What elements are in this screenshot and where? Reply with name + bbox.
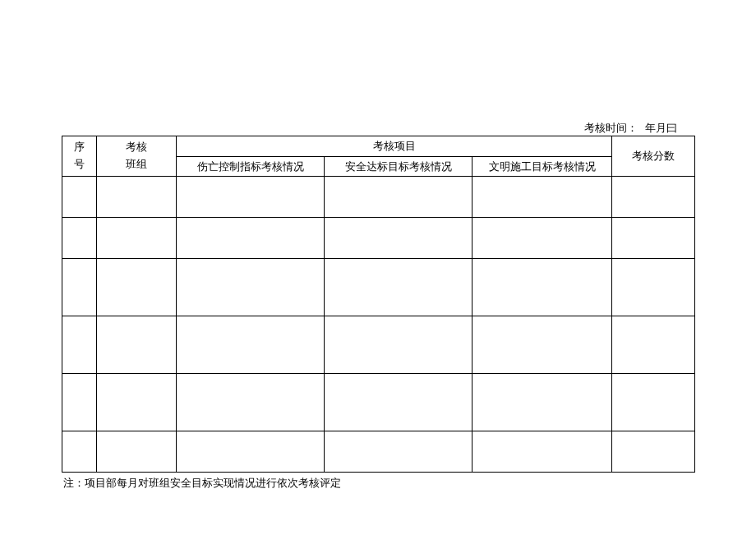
cell-item3 [472, 177, 612, 218]
cell-item3 [472, 431, 612, 473]
table-row [62, 218, 695, 259]
cell-team [97, 431, 177, 473]
team-label-1: 考核 [99, 139, 174, 156]
table-header-row-1: 序 号 考核 班组 考核项目 考核分数 [62, 136, 695, 157]
cell-team [97, 374, 177, 431]
cell-score [612, 374, 695, 431]
cell-item2 [325, 316, 472, 374]
timestamp-line: 考核时间： 年月曰 [584, 121, 682, 136]
table-note: 注：项目部每月对班组安全目标实现情况进行依次考核评定 [62, 476, 694, 491]
cell-team [97, 316, 177, 374]
cell-seq [62, 431, 97, 473]
table-row [62, 316, 695, 374]
cell-score [612, 316, 695, 374]
cell-item2 [325, 431, 472, 473]
cell-score [612, 218, 695, 259]
cell-item1 [177, 259, 325, 316]
col-header-score: 考核分数 [612, 136, 695, 177]
col-header-sequence: 序 号 [62, 136, 97, 177]
cell-seq [62, 259, 97, 316]
cell-team [97, 218, 177, 259]
cell-item3 [472, 259, 612, 316]
table-row [62, 431, 695, 473]
table-row [62, 259, 695, 316]
cell-item2 [325, 374, 472, 431]
cell-item1 [177, 374, 325, 431]
cell-item1 [177, 431, 325, 473]
cell-item3 [472, 218, 612, 259]
col-header-item2: 安全达标目标考核情况 [325, 157, 472, 177]
cell-seq [62, 218, 97, 259]
col-header-item1: 伤亡控制指标考核情况 [177, 157, 325, 177]
cell-item2 [325, 259, 472, 316]
col-header-item3: 文明施工目标考核情况 [472, 157, 612, 177]
cell-item2 [325, 218, 472, 259]
timestamp-value: 年月曰 [645, 122, 677, 134]
assessment-table-container: 序 号 考核 班组 考核项目 考核分数 伤亡控制指标考核情况 安全达标目标考核情… [62, 136, 694, 491]
cell-seq [62, 177, 97, 218]
cell-score [612, 177, 695, 218]
cell-score [612, 431, 695, 473]
cell-item1 [177, 177, 325, 218]
col-header-items: 考核项目 [177, 136, 612, 157]
cell-score [612, 259, 695, 316]
cell-team [97, 177, 177, 218]
seq-label-1: 序 [64, 139, 94, 156]
cell-team [97, 259, 177, 316]
seq-label-2: 号 [64, 156, 94, 173]
cell-seq [62, 316, 97, 374]
team-label-2: 班组 [99, 156, 174, 173]
timestamp-label: 考核时间： [584, 122, 638, 134]
table-row [62, 177, 695, 218]
col-header-team: 考核 班组 [97, 136, 177, 177]
cell-item3 [472, 374, 612, 431]
cell-item1 [177, 218, 325, 259]
cell-seq [62, 374, 97, 431]
cell-item1 [177, 316, 325, 374]
table-row [62, 374, 695, 431]
assessment-table: 序 号 考核 班组 考核项目 考核分数 伤亡控制指标考核情况 安全达标目标考核情… [62, 136, 695, 473]
cell-item3 [472, 316, 612, 374]
cell-item2 [325, 177, 472, 218]
